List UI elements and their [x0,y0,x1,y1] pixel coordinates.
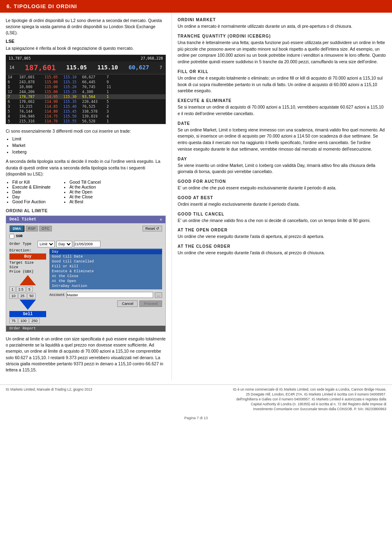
buy-size-3[interactable]: 5 [27,287,33,292]
duration-col1: Fill or Kill Execute & Eliminate Date Da… [12,180,51,204]
reset-button[interactable]: Reset ↺ [143,226,162,231]
order-type-dropdown[interactable]: Day Good till Date Good till Cancelled F… [49,249,162,289]
r6-p2: 115.35 [63,100,82,104]
account-label: Account [49,293,65,297]
good-till-cancel-title: GOOD TILL CANCEL [178,212,386,216]
account-browse[interactable]: ... [155,292,162,298]
order-type-label: Order Type [9,242,36,246]
footer-right-line5: Investimento Comunitarie con Succursale … [233,407,386,412]
page-number: Pagina 7 di 13 [0,414,392,422]
dur-at-open: At the Open [69,189,101,194]
r4-p2: 115.25 [63,90,82,94]
tab-rsp[interactable]: RSP [26,226,38,231]
r1-n: 7 [107,75,116,79]
dropdown-at-close[interactable]: At the Close [49,274,162,279]
at-open-title: AT THE OPEN ORDER [178,228,386,232]
dropdown-intraday[interactable]: IntraDay Auction [49,284,162,289]
date-input[interactable] [74,241,100,247]
execute-text: Se si inserisce un ordine di acquisto di… [178,104,386,117]
sell-label: Sell [9,311,46,317]
good-at-best-title: GOOD AT BEST [178,196,386,200]
account-input[interactable] [67,292,154,298]
ob-header-top: 13,787,865 27,068,228 [6,55,165,62]
r5-qty: 7 [8,95,19,99]
sell-size-2[interactable]: 25 [18,293,27,299]
r8-p2: 115.45 [63,109,82,113]
ob-count: 7 [160,65,162,70]
dur-good-for-auction: Good For Auction [12,199,51,204]
trade-methods-intro: Ci sono essenzialmente 3 differenti modi… [6,128,166,134]
ordini-market-section: ORDINI MARKET Un ordine a mercato è norm… [178,18,386,30]
lse-label: LSE [6,39,166,44]
dropdown-at-open[interactable]: At the Open [49,279,162,284]
bottom-size-3[interactable]: 250 [29,318,40,324]
close-icon[interactable]: ✕ [160,217,162,222]
r6-val: 170,662 [19,100,45,104]
tab-dma[interactable]: DMA [9,225,24,232]
ob-vol: 60,627 [129,64,149,71]
buy-arrow-icon[interactable] [20,275,36,285]
deal-ticket: Deal Ticket ✕ DMA RSP OTC Reset ↺ SOR [6,216,166,332]
ticket-title-bar: Deal Ticket ✕ [6,216,165,223]
footer-right-line1: IG è un nome commerciale di IG Markets L… [233,387,386,392]
r6-qty: 6 [8,100,19,104]
buy-size-2[interactable]: 2.5 [16,287,26,292]
page-header: 6. TIPOLOGIE DI ORDINI [0,0,392,13]
r5-val: 178,787 [19,95,45,99]
r6-vol: 220,443 [82,100,107,104]
dur-fill-or-kill: Fill or Kill [12,180,51,184]
dropdown-good-till-cancelled[interactable]: Good till Cancelled [49,259,162,264]
bottom-size-2[interactable]: 100 [18,318,29,324]
r4-p1: 115.00 [45,90,63,94]
lse-section: LSE La spiegazione è riferita al book di… [6,39,166,51]
sell-arrow-icon[interactable] [20,300,36,310]
footer-left: IG Markets Limited, Manuale di Trading L… [6,387,92,411]
proceed-button[interactable]: Proceed [139,300,162,307]
at-open-text: Un ordine che viene eseguito durante l'a… [178,233,386,240]
r5-vol: 93,564 [82,95,107,99]
method-market: Market [12,142,166,149]
dropdown-fill-kill[interactable]: Fill or Kill [49,264,162,269]
order-type-select[interactable]: Limit [38,241,55,247]
r4-n: 1 [107,90,116,94]
dropdown-good-till-date[interactable]: Good till Date [49,254,162,259]
r10-p1: 114.70 [45,119,63,123]
dur-date: Date [12,189,51,194]
dropdown-execute-eliminate[interactable]: Execute & Eliminate [49,269,162,274]
good-for-auction-text: E' un ordine che che può essere eseguito… [178,185,386,191]
sor-checkbox[interactable] [9,234,14,239]
good-for-auction-section: GOOD FOR AUCTION E' un ordine che che pu… [178,179,386,191]
trade-methods-outro: A seconda della tipologia scelta si deci… [6,158,166,177]
at-close-section: AT THE CLOSE ORDER Un ordine che viene e… [178,244,386,256]
ordini-al-limite-title: ORDINI AL LIMITE [6,208,166,213]
buy-size-1[interactable]: 1 [9,287,16,292]
intro-para1: Le tipologie di ordini disponibili su L2… [6,18,166,36]
r4-val: 244,206 [19,90,45,94]
sell-size-1[interactable]: 10 [9,293,18,299]
r7-n: 2 [107,104,116,109]
tranche-text: Una tranche è letteralmente una fetta; q… [178,40,386,65]
r3-n: 11 [107,85,116,89]
r1-p1: 115.05 [45,75,63,79]
r7-vol: 76,525 [82,104,107,109]
r6-p1: 114.90 [45,100,63,104]
duration-col2: Good Till Cancel At the Auction At the O… [69,180,101,204]
r3-qty: 1 [8,85,19,89]
ob-bid: 187,601 [25,63,56,72]
r1-qty: 14 [8,75,19,79]
r9-qty: 4 [8,114,19,118]
ordini-market-text: Un ordine a mercato è normalmente utiliz… [178,23,386,30]
ob-ask2: 115.10 [97,64,118,71]
cancel-button[interactable]: Cancel [117,300,138,307]
r4-vol: 4,300 [82,90,107,94]
dropdown-day[interactable]: Day [49,249,162,254]
r9-p2: 115.50 [63,114,82,118]
date-select[interactable]: Day [56,241,72,247]
fill-kill-text: Un ordine che è eseguito totalmente o el… [178,75,386,94]
sell-size-3[interactable]: 50 [27,293,36,299]
tab-otc[interactable]: OTC [39,226,52,231]
left-column: Le tipologie di ordini disponibili su L2… [0,13,172,380]
dur-at-close: At the Close [69,194,101,199]
r3-val: 10,000 [19,85,45,89]
bottom-size-1[interactable]: 75 [9,318,18,324]
